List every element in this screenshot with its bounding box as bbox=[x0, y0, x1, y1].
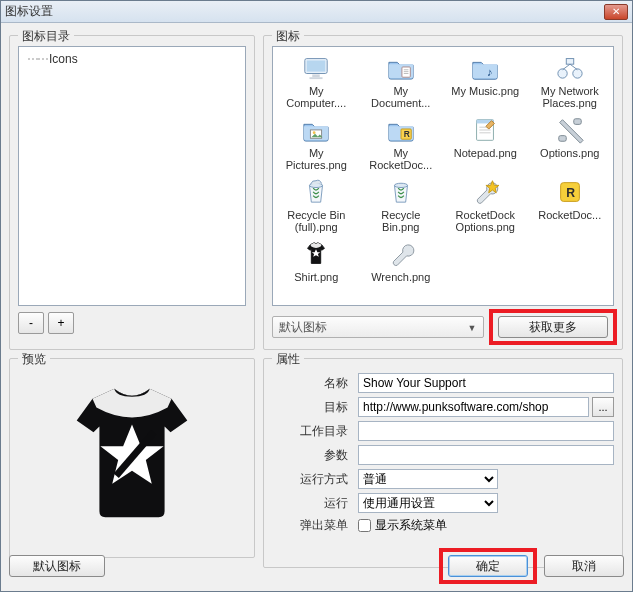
icon-dir-legend: 图标目录 bbox=[18, 28, 74, 45]
popup-checkbox-label: 显示系统菜单 bbox=[375, 517, 447, 534]
icon-item-label: Notepad.png bbox=[454, 147, 517, 159]
icon-item-label: My Document... bbox=[366, 85, 436, 109]
icon-item-label: RocketDoc... bbox=[538, 209, 601, 221]
icon-item-label: Wrench.png bbox=[371, 271, 430, 283]
label-run: 运行 bbox=[272, 495, 358, 512]
icon-item-label: My Network Places.png bbox=[535, 85, 605, 109]
icon-item-label: Recycle Bin.png bbox=[366, 209, 436, 233]
icon-item-my-music[interactable]: My Music.png bbox=[444, 51, 527, 109]
icons-listbox[interactable]: My Computer....My Document...My Music.pn… bbox=[272, 46, 614, 306]
remove-dir-button[interactable]: - bbox=[18, 312, 44, 334]
add-dir-button[interactable]: + bbox=[48, 312, 74, 334]
close-icon[interactable]: ✕ bbox=[604, 4, 628, 20]
shirt-icon bbox=[300, 239, 332, 269]
icon-item-label: Options.png bbox=[540, 147, 599, 159]
folder-music-icon bbox=[469, 53, 501, 83]
titlebar: 图标设置 ✕ bbox=[1, 1, 632, 23]
args-input[interactable] bbox=[358, 445, 614, 465]
options-icon bbox=[554, 115, 586, 145]
folder-doc-icon bbox=[385, 53, 417, 83]
icon-item-my-documents[interactable]: My Document... bbox=[360, 51, 443, 109]
icon-item-rocket-options[interactable]: RocketDock Options.png bbox=[444, 175, 527, 233]
icon-item-rocketdock[interactable]: RocketDoc... bbox=[529, 175, 612, 233]
get-more-button[interactable]: 获取更多 bbox=[498, 316, 608, 338]
network-icon bbox=[554, 53, 586, 83]
target-browse-button[interactable]: ... bbox=[592, 397, 614, 417]
icon-item-label: Recycle Bin (full).png bbox=[281, 209, 351, 233]
icons-legend: 图标 bbox=[272, 28, 304, 45]
tree-root-item[interactable]: Icons bbox=[25, 51, 239, 67]
icon-item-wrench[interactable]: Wrench.png bbox=[360, 237, 443, 295]
bin-full-icon bbox=[300, 177, 332, 207]
label-runmode: 运行方式 bbox=[272, 471, 358, 488]
attrs-legend: 属性 bbox=[272, 351, 304, 368]
icon-item-my-network[interactable]: My Network Places.png bbox=[529, 51, 612, 109]
icon-item-label: My Computer.... bbox=[281, 85, 351, 109]
icon-item-my-rocketdock[interactable]: My RocketDoc... bbox=[360, 113, 443, 171]
folder-r-icon bbox=[385, 115, 417, 145]
icon-item-shirt[interactable]: Shirt.png bbox=[275, 237, 358, 295]
preview-legend: 预览 bbox=[18, 351, 50, 368]
label-workdir: 工作目录 bbox=[272, 423, 358, 440]
default-icon-button[interactable]: 默认图标 bbox=[9, 555, 105, 577]
target-input[interactable] bbox=[358, 397, 589, 417]
wrench-star-icon bbox=[469, 177, 501, 207]
bin-empty-icon bbox=[385, 177, 417, 207]
workdir-input[interactable] bbox=[358, 421, 614, 441]
icon-item-recycle-empty[interactable]: Recycle Bin.png bbox=[360, 175, 443, 233]
window-title: 图标设置 bbox=[5, 3, 53, 20]
name-input[interactable] bbox=[358, 373, 614, 393]
icon-item-options[interactable]: Options.png bbox=[529, 113, 612, 171]
attrs-group: 属性 名称 目标 ... 工作目录 参数 运行方式 普通 bbox=[263, 358, 623, 568]
r-badge-icon bbox=[554, 177, 586, 207]
icon-item-my-computer[interactable]: My Computer.... bbox=[275, 51, 358, 109]
cancel-button[interactable]: 取消 bbox=[544, 555, 624, 577]
icon-item-label: My Pictures.png bbox=[281, 147, 351, 171]
run-select[interactable]: 使用通用设置 bbox=[358, 493, 498, 513]
preview-group: 预览 bbox=[9, 358, 255, 558]
preview-image bbox=[53, 377, 211, 535]
label-target: 目标 bbox=[272, 399, 358, 416]
default-icon-combo-label: 默认图标 bbox=[279, 319, 327, 336]
bottom-bar: 默认图标 确定 取消 bbox=[9, 551, 624, 581]
wrench-icon bbox=[385, 239, 417, 269]
icon-dir-group: 图标目录 Icons - + bbox=[9, 35, 255, 350]
icon-dir-tree[interactable]: Icons bbox=[18, 46, 246, 306]
ok-button[interactable]: 确定 bbox=[448, 555, 528, 577]
runmode-select[interactable]: 普通 bbox=[358, 469, 498, 489]
dialog-window: 图标设置 ✕ 图标目录 Icons - + 图标 My Computer....… bbox=[0, 0, 633, 592]
icon-item-notepad[interactable]: Notepad.png bbox=[444, 113, 527, 171]
default-icon-combo[interactable]: 默认图标 ▼ bbox=[272, 316, 484, 338]
icon-item-label: My RocketDoc... bbox=[366, 147, 436, 171]
notepad-icon bbox=[469, 115, 501, 145]
chevron-down-icon: ▼ bbox=[465, 321, 479, 334]
icon-item-label: My Music.png bbox=[451, 85, 519, 97]
icons-group: 图标 My Computer....My Document...My Music… bbox=[263, 35, 623, 350]
label-name: 名称 bbox=[272, 375, 358, 392]
icon-item-my-pictures[interactable]: My Pictures.png bbox=[275, 113, 358, 171]
icon-item-recycle-full[interactable]: Recycle Bin (full).png bbox=[275, 175, 358, 233]
icon-item-label: RocketDock Options.png bbox=[450, 209, 520, 233]
label-args: 参数 bbox=[272, 447, 358, 464]
monitor-icon bbox=[300, 53, 332, 83]
icon-item-label: Shirt.png bbox=[294, 271, 338, 283]
label-popup: 弹出菜单 bbox=[272, 517, 358, 534]
popup-checkbox[interactable] bbox=[358, 519, 371, 532]
folder-pic-icon bbox=[300, 115, 332, 145]
